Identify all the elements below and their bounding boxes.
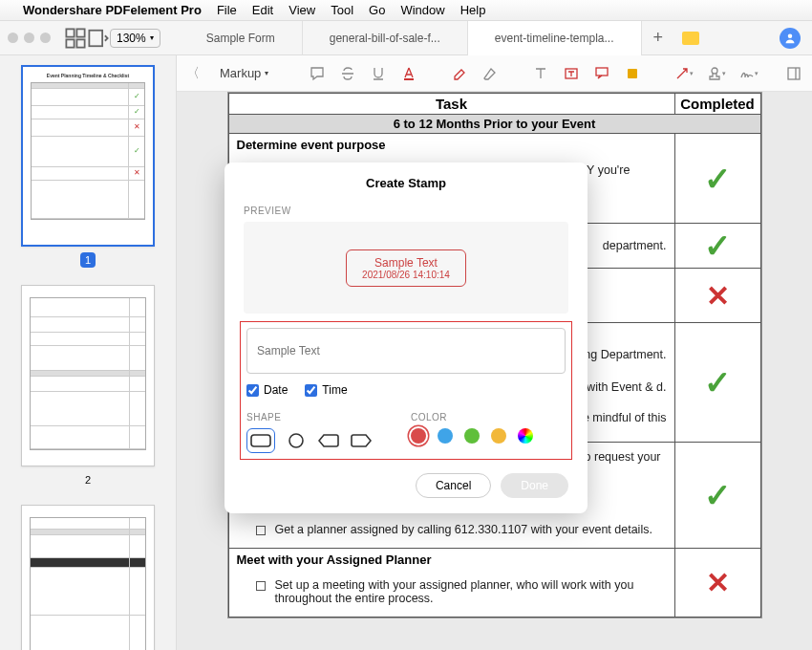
highlight-icon[interactable] [451, 63, 468, 84]
note-icon[interactable] [309, 63, 326, 84]
stamp-icon[interactable]: ▾ [707, 63, 726, 84]
thumb-page-3[interactable] [21, 505, 155, 650]
traffic-lights[interactable] [8, 32, 51, 43]
stamp-text-input[interactable] [246, 328, 566, 374]
menu-edit[interactable]: Edit [252, 3, 273, 17]
highlighted-controls: Date Time SHAPE COLOR [240, 321, 572, 460]
cancel-button[interactable]: Cancel [416, 473, 491, 498]
menubar: Wondershare PDFelement Pro File Edit Vie… [0, 0, 812, 21]
menu-view[interactable]: View [288, 3, 315, 17]
text-icon[interactable] [532, 63, 549, 84]
dialog-title: Create Stamp [224, 162, 588, 200]
svg-rect-11 [788, 68, 800, 79]
window-chrome: 130%▾ Sample Form general-bill-of-sale-f… [0, 21, 812, 55]
menu-file[interactable]: File [217, 3, 237, 17]
app-name[interactable]: Wondershare PDFelement Pro [23, 3, 202, 17]
time-checkbox[interactable]: Time [305, 383, 347, 397]
stamp-datetime: 2021/08/26 14:10:14 [362, 270, 450, 280]
menu-window[interactable]: Window [400, 3, 444, 17]
eraser-icon[interactable] [481, 63, 499, 84]
thumbnails-icon[interactable] [64, 27, 87, 50]
signature-icon[interactable]: ▾ [739, 63, 759, 84]
color-green[interactable] [464, 428, 480, 444]
markup-dropdown[interactable]: Markup▾ [213, 62, 275, 84]
col-completed: Completed [674, 94, 760, 115]
arrow-icon[interactable]: ▾ [674, 63, 694, 84]
badge-icon[interactable] [682, 32, 699, 45]
new-tab-button[interactable]: + [642, 28, 675, 48]
section-6-12-months: 6 to 12 Months Prior to your Event [228, 115, 760, 134]
menu-help[interactable]: Help [460, 3, 486, 17]
svg-rect-9 [628, 69, 637, 78]
color-blue[interactable] [438, 428, 453, 444]
cross-icon: ✕ [706, 280, 730, 312]
task-determine-purpose: Determine event purpose [229, 134, 674, 156]
col-task: Task [228, 94, 674, 115]
markup-toolbar: 〈 Markup▾ ▾ ▾ ▾ [177, 55, 812, 92]
page-number-2: 2 [80, 472, 96, 488]
color-custom[interactable] [518, 428, 533, 444]
thumb-page-2[interactable] [21, 285, 155, 466]
check-icon: ✓ [704, 228, 731, 264]
thumb-page-1[interactable]: Event Planning Timeline & Checklist ✓ ✓ … [21, 65, 155, 247]
text-color-icon[interactable] [400, 63, 417, 84]
back-icon[interactable]: 〈 [186, 65, 200, 82]
color-yellow[interactable] [491, 428, 506, 444]
sticky-note-icon[interactable] [624, 63, 641, 84]
zoom-selector[interactable]: 130%▾ [110, 29, 160, 48]
task-meet-planner: Meet with your Assigned Planner [229, 549, 674, 571]
svg-point-5 [788, 33, 793, 38]
tab-event-timeline[interactable]: event-timeline-templa... [468, 21, 642, 55]
cross-icon: ✕ [706, 567, 730, 598]
layout-icon[interactable] [87, 27, 110, 50]
svg-rect-1 [76, 29, 84, 36]
page-thumbnails: Event Planning Timeline & Checklist ✓ ✓ … [0, 55, 177, 650]
shape-rounded-rect[interactable] [246, 428, 275, 453]
svg-rect-3 [76, 39, 84, 47]
svg-rect-2 [66, 39, 74, 47]
svg-rect-8 [596, 68, 608, 76]
svg-point-13 [289, 434, 303, 447]
check-icon: ✓ [704, 364, 731, 401]
check-icon: ✓ [704, 161, 731, 197]
shape-tag-right[interactable] [350, 432, 373, 449]
shape-label: SHAPE [246, 412, 373, 422]
page-number-1: 1 [80, 252, 96, 268]
menu-go[interactable]: Go [369, 3, 385, 17]
menu-tool[interactable]: Tool [331, 3, 353, 17]
tab-bill-of-sale[interactable]: general-bill-of-sale-f... [303, 21, 468, 55]
svg-point-10 [712, 68, 717, 74]
stamp-preview: Sample Text 2021/08/26 14:10:14 [244, 222, 568, 314]
color-label: COLOR [411, 412, 533, 422]
svg-rect-0 [66, 29, 74, 36]
date-checkbox[interactable]: Date [246, 383, 288, 397]
svg-rect-12 [251, 435, 270, 446]
preview-label: PREVIEW [244, 206, 568, 216]
profile-avatar[interactable] [780, 28, 801, 49]
tab-sample-form[interactable]: Sample Form [180, 21, 303, 55]
svg-rect-4 [89, 30, 102, 46]
create-stamp-dialog: Create Stamp PREVIEW Sample Text 2021/08… [224, 162, 588, 513]
underline-icon[interactable] [370, 63, 387, 84]
shape-circle[interactable] [285, 432, 308, 449]
panel-icon[interactable] [785, 63, 802, 84]
textbox-icon[interactable] [563, 63, 580, 84]
stamp-text: Sample Text [362, 256, 450, 270]
color-red[interactable] [411, 428, 426, 444]
shape-tag-left[interactable] [317, 432, 340, 449]
callout-icon[interactable] [593, 63, 610, 84]
svg-rect-6 [404, 78, 414, 80]
strikethrough-icon[interactable] [339, 63, 356, 84]
done-button[interactable]: Done [501, 473, 568, 498]
check-icon: ✓ [704, 477, 731, 513]
